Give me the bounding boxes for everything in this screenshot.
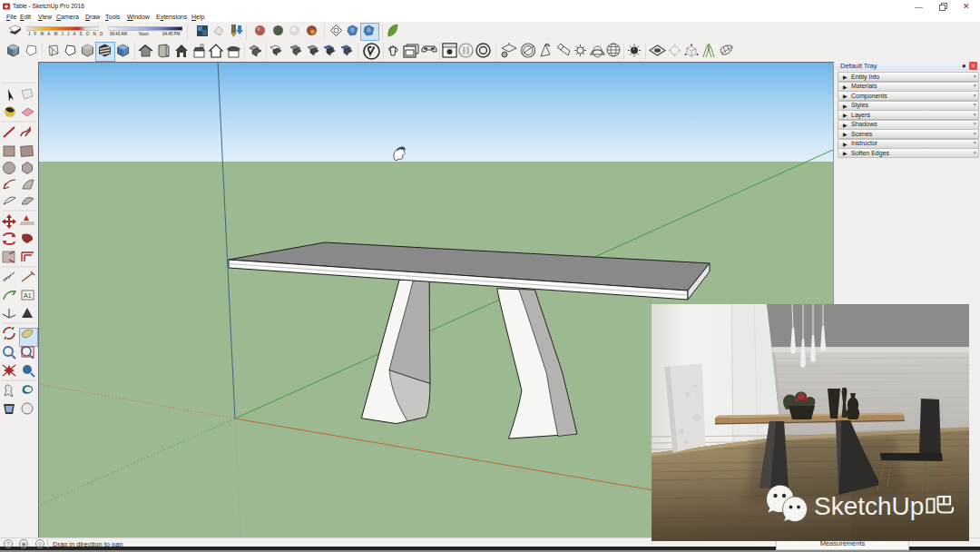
svg-text:SketchUp: SketchUp [814,492,924,520]
svg-text:A1: A1 [24,292,32,299]
